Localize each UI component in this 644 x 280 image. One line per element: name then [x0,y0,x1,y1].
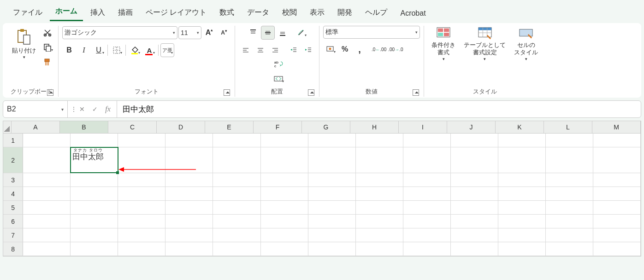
cell-D6[interactable] [165,215,213,228]
cell-F3[interactable] [261,173,308,187]
fill-color-button[interactable]: ▾ [128,43,142,57]
cell-D4[interactable] [165,187,213,200]
font-name-select[interactable]: 游ゴシック▾ [62,26,177,39]
cell-J5[interactable] [451,201,498,214]
menu-file[interactable]: ファイル [7,5,48,21]
number-dialog-launcher[interactable] [413,89,419,96]
cell-K1[interactable] [498,134,546,147]
cell-J8[interactable] [451,242,498,256]
menu-acrobat[interactable]: Acrobat [395,6,431,21]
accounting-format-button[interactable]: ▾ [323,42,337,56]
font-color-button[interactable]: A▾ [142,43,156,57]
cell-A8[interactable] [23,242,71,256]
row-header-6[interactable]: 6 [3,215,23,228]
cell-F2[interactable] [261,147,308,173]
cell-H8[interactable] [356,242,403,256]
cut-button[interactable] [41,26,54,40]
menu-draw[interactable]: 描画 [112,5,138,21]
cell-F6[interactable] [261,215,308,228]
paste-button[interactable]: 貼り付け ▾ [8,26,40,63]
cell-K5[interactable] [498,201,546,214]
cell-L8[interactable] [546,242,593,256]
cell-B3[interactable] [71,173,118,187]
increase-font-button[interactable]: A▴ [202,26,216,40]
column-header-E[interactable]: E [205,121,254,133]
format-painter-button[interactable] [41,55,54,69]
cell-A5[interactable] [23,201,71,214]
insert-function-button[interactable]: fx [102,103,114,115]
menu-developer[interactable]: 開発 [332,5,358,21]
cell-B8[interactable] [71,242,118,256]
cell-E4[interactable] [213,187,260,200]
cell-K8[interactable] [498,242,546,256]
align-middle-button[interactable] [261,26,275,40]
increase-decimal-button[interactable]: .0←.00 [371,42,387,56]
cell-I8[interactable] [403,242,451,256]
cell-F4[interactable] [261,187,308,200]
column-header-L[interactable]: L [544,121,592,133]
column-header-I[interactable]: I [399,121,447,133]
cell-C4[interactable] [118,187,165,200]
cell-E6[interactable] [213,215,260,228]
cell-A4[interactable] [23,187,71,200]
column-header-F[interactable]: F [254,121,302,133]
decrease-font-button[interactable]: A▾ [217,26,231,40]
cell-D8[interactable] [165,242,213,256]
cell-H6[interactable] [356,215,403,228]
cell-I2[interactable] [403,147,451,173]
percent-button[interactable]: % [338,42,352,56]
cell-J3[interactable] [451,173,498,187]
cell-J6[interactable] [451,215,498,228]
cell-styles-button[interactable]: セルの スタイル▾ [510,26,542,63]
cell-H7[interactable] [356,228,403,242]
column-header-M[interactable]: M [592,121,641,133]
phonetic-guide-button[interactable]: ア亜▾ [160,43,174,57]
cell-L4[interactable] [546,187,593,200]
cell-J7[interactable] [451,228,498,242]
row-header-7[interactable]: 7 [3,228,23,242]
decrease-indent-button[interactable] [287,43,301,57]
borders-button[interactable]: ▾ [110,43,124,57]
cell-G8[interactable] [308,242,356,256]
menu-help[interactable]: ヘルプ [360,5,393,21]
cell-K2[interactable] [498,147,546,173]
cell-H1[interactable] [356,134,403,147]
cell-A6[interactable] [23,215,71,228]
align-right-button[interactable] [268,43,282,57]
cell-I1[interactable] [403,134,451,147]
row-header-5[interactable]: 5 [3,201,23,214]
column-header-H[interactable]: H [350,121,399,133]
cell-D3[interactable] [165,173,213,187]
cell-M5[interactable] [593,201,641,214]
cell-I4[interactable] [403,187,451,200]
cell-A1[interactable] [23,134,71,147]
menu-data[interactable]: データ [242,5,275,21]
cell-I5[interactable] [403,201,451,214]
cell-G1[interactable] [308,134,356,147]
cancel-formula-button[interactable]: ✕ [76,103,88,115]
italic-button[interactable]: I [77,43,91,57]
column-header-G[interactable]: G [302,121,350,133]
cell-F1[interactable] [261,134,308,147]
cell-E3[interactable] [213,173,260,187]
column-header-D[interactable]: D [157,121,205,133]
cell-E8[interactable] [213,242,260,256]
cell-J2[interactable] [451,147,498,173]
cell-E1[interactable] [213,134,260,147]
cell-D5[interactable] [165,201,213,214]
row-header-2[interactable]: 2 [3,147,23,173]
cell-L2[interactable] [546,147,593,173]
cell-M1[interactable] [593,134,641,147]
formula-input[interactable] [117,101,641,117]
font-size-select[interactable]: 11▾ [178,26,201,39]
cell-H5[interactable] [356,201,403,214]
cell-F7[interactable] [261,228,308,242]
row-header-4[interactable]: 4 [3,187,23,200]
row-header-3[interactable]: 3 [3,173,23,187]
alignment-dialog-launcher[interactable] [308,89,314,96]
cell-B1[interactable] [71,134,118,147]
cell-F5[interactable] [261,201,308,214]
cell-L6[interactable] [546,215,593,228]
cell-B6[interactable] [71,215,118,228]
cell-K3[interactable] [498,173,546,187]
